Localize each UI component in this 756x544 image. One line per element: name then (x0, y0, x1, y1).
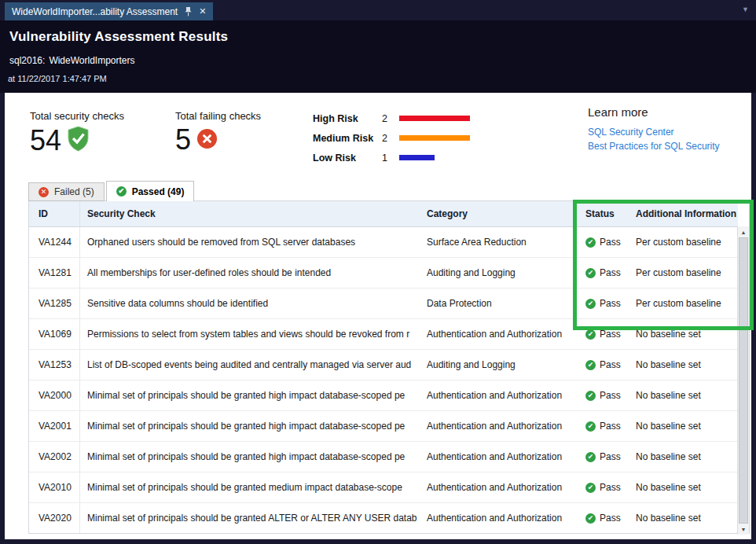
risk-bar (399, 135, 470, 141)
cell-status: ✔ Pass (579, 267, 633, 278)
table-header-row: ID Security Check Category Status Additi… (29, 201, 738, 227)
table-row[interactable]: VA2010 Minimal set of principals should … (29, 472, 738, 503)
cell-status: ✔ Pass (579, 482, 633, 493)
tab-failed-label: Failed (5) (54, 186, 94, 197)
risk-bar (399, 116, 470, 121)
cell-status: ✔ Pass (579, 359, 633, 370)
cell-security-check: Permissions to select from system tables… (80, 329, 420, 340)
pass-icon: ✔ (585, 452, 596, 462)
result-tab-strip: ✕ Failed (5) ✔ Passed (49) (28, 182, 194, 201)
table-row[interactable]: VA2020 Minimal set of principals should … (29, 503, 738, 533)
table-row[interactable]: VA1069 Permissions to select from system… (29, 319, 738, 350)
results-panel: Total security checks 54 Total failing c… (5, 93, 751, 539)
cell-status: ✔ Pass (579, 329, 633, 340)
scroll-down-icon[interactable]: ▼ (738, 524, 749, 535)
table-row[interactable]: VA2002 Minimal set of principals should … (29, 442, 738, 472)
cell-status: ✔ Pass (579, 390, 633, 401)
cell-id: VA1253 (29, 350, 80, 380)
pass-icon: ✔ (585, 513, 596, 524)
column-header-status[interactable]: Status (579, 208, 633, 219)
column-header-category[interactable]: Category (420, 208, 579, 219)
tab-failed[interactable]: ✕ Failed (5) (28, 182, 105, 201)
database-name: WideWorldImporters (49, 55, 134, 66)
status-text: Pass (600, 451, 621, 462)
cell-additional-info: Per custom baseline (633, 237, 738, 248)
cell-additional-info: No baseline set (633, 359, 738, 370)
scrollbar-thumb[interactable] (739, 237, 748, 524)
failing-checks-metric: Total failing checks 5 (175, 110, 261, 154)
cell-id: VA1285 (29, 289, 80, 318)
cell-id: VA1281 (29, 258, 80, 288)
cell-status: ✔ Pass (579, 298, 633, 309)
cell-additional-info: No baseline set (633, 482, 738, 493)
pass-icon: ✔ (585, 329, 596, 340)
learn-more-link[interactable]: Best Practices for SQL Security (588, 141, 720, 152)
learn-more-link[interactable]: SQL Security Center (588, 127, 720, 138)
document-tab[interactable]: WideWorldImporter...ability Assessment ✕ (5, 2, 213, 20)
column-header-check[interactable]: Security Check (80, 208, 420, 219)
cell-category: Auditing and Logging (420, 359, 579, 370)
cell-additional-info: No baseline set (633, 513, 738, 524)
table-row[interactable]: VA2001 Minimal set of principals should … (29, 411, 738, 442)
table-row[interactable]: VA1253 List of DB-scoped events being au… (29, 350, 738, 380)
column-header-info[interactable]: Additional Information (633, 208, 738, 219)
risk-bar (399, 155, 435, 160)
cell-additional-info: No baseline set (633, 390, 738, 401)
learn-more-section: Learn more SQL Security CenterBest Pract… (588, 105, 720, 152)
cell-id: VA2001 (29, 411, 80, 441)
pin-icon[interactable] (185, 7, 192, 17)
cell-additional-info: No baseline set (633, 329, 738, 340)
document-list-caret-icon[interactable]: ▼ (742, 6, 749, 13)
cell-category: Auditing and Logging (420, 267, 579, 278)
pass-circle-icon: ✔ (116, 186, 127, 197)
status-text: Pass (600, 421, 621, 432)
table-row[interactable]: VA1244 Orphaned users should be removed … (29, 227, 738, 258)
document-tab-title: WideWorldImporter...ability Assessment (12, 6, 178, 17)
cell-category: Authentication and Authorization (420, 390, 579, 401)
risk-legend: High Risk 2 Medium Risk 2 Low Risk 1 (313, 108, 475, 167)
cell-additional-info: Per custom baseline (633, 267, 738, 278)
cell-status: ✔ Pass (579, 513, 633, 524)
pass-icon: ✔ (585, 421, 596, 432)
cell-security-check: Minimal set of principals should be gran… (80, 482, 420, 493)
column-header-id[interactable]: ID (29, 201, 80, 226)
table-row[interactable]: VA1285 Sensitive data columns should be … (29, 289, 738, 319)
report-header: Vulnerability Assessment Results sql2016… (0, 20, 756, 93)
close-icon[interactable]: ✕ (199, 7, 206, 16)
risk-row: Low Risk 1 (313, 148, 475, 167)
total-checks-metric: Total security checks 54 (30, 110, 124, 155)
cell-category: Surface Area Reduction (420, 237, 579, 248)
cell-security-check: All memberships for user-defined roles s… (80, 267, 420, 278)
table-scrollbar[interactable]: ▲ ▼ (737, 226, 749, 535)
cell-id: VA2002 (29, 442, 80, 472)
title-bar: WideWorldImporter...ability Assessment ✕… (0, 0, 756, 20)
risk-row: Medium Risk 2 (313, 128, 475, 148)
risk-label: Low Risk (313, 153, 382, 164)
status-text: Pass (600, 237, 621, 248)
pass-icon: ✔ (585, 391, 596, 401)
fail-circle-icon: ✕ (39, 187, 49, 197)
table-row[interactable]: VA2000 Minimal set of principals should … (29, 380, 738, 411)
pass-icon: ✔ (585, 237, 596, 248)
cell-id: VA1069 (29, 319, 80, 349)
cell-id: VA2020 (29, 503, 80, 533)
failing-checks-value: 5 (175, 126, 191, 154)
cell-category: Authentication and Authorization (420, 329, 579, 340)
tab-passed-label: Passed (49) (132, 186, 185, 197)
cell-id: VA2010 (29, 472, 80, 502)
shield-check-icon (67, 126, 90, 155)
cell-additional-info: Per custom baseline (633, 298, 738, 309)
cell-id: VA2000 (29, 380, 80, 410)
pass-icon: ✔ (585, 268, 596, 278)
status-text: Pass (600, 329, 621, 340)
risk-count: 2 (382, 113, 399, 124)
total-checks-value: 54 (30, 127, 61, 155)
scroll-up-icon[interactable]: ▲ (738, 226, 749, 237)
learn-more-title: Learn more (588, 105, 720, 119)
cell-category: Data Protection (420, 298, 579, 309)
risk-label: High Risk (313, 113, 382, 124)
tab-passed[interactable]: ✔ Passed (49) (106, 181, 195, 201)
cell-category: Authentication and Authorization (420, 421, 579, 432)
total-checks-label: Total security checks (30, 110, 124, 122)
table-row[interactable]: VA1281 All memberships for user-defined … (29, 258, 738, 289)
